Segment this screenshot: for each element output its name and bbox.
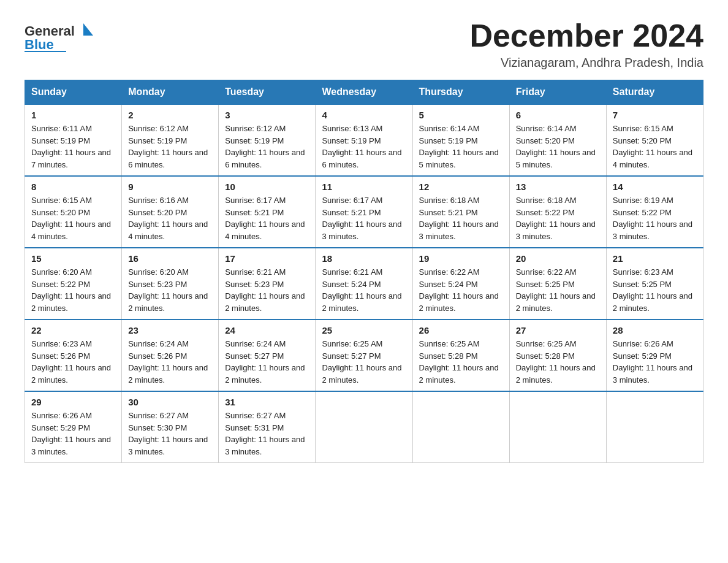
day-info: Sunrise: 6:12 AMSunset: 5:19 PMDaylight:… xyxy=(128,123,212,170)
day-info: Sunrise: 6:11 AMSunset: 5:19 PMDaylight:… xyxy=(31,123,115,170)
day-info: Sunrise: 6:21 AMSunset: 5:23 PMDaylight:… xyxy=(225,266,309,314)
calendar-cell: 28 Sunrise: 6:26 AMSunset: 5:29 PMDaylig… xyxy=(606,320,703,391)
weekday-header-saturday: Saturday xyxy=(606,80,703,105)
day-info: Sunrise: 6:25 AMSunset: 5:27 PMDaylight:… xyxy=(322,338,406,386)
calendar-cell: 6 Sunrise: 6:14 AMSunset: 5:20 PMDayligh… xyxy=(509,104,606,176)
day-number: 3 xyxy=(225,110,309,120)
day-info: Sunrise: 6:27 AMSunset: 5:31 PMDaylight:… xyxy=(225,410,309,458)
calendar-week-row: 29 Sunrise: 6:26 AMSunset: 5:29 PMDaylig… xyxy=(25,391,703,463)
calendar-cell: 27 Sunrise: 6:25 AMSunset: 5:28 PMDaylig… xyxy=(509,320,606,391)
day-number: 1 xyxy=(31,110,115,120)
day-info: Sunrise: 6:26 AMSunset: 5:29 PMDaylight:… xyxy=(31,410,115,458)
day-info: Sunrise: 6:19 AMSunset: 5:22 PMDaylight:… xyxy=(613,194,697,242)
day-number: 27 xyxy=(516,325,600,335)
calendar-cell: 18 Sunrise: 6:21 AMSunset: 5:24 PMDaylig… xyxy=(316,248,412,320)
calendar-cell: 25 Sunrise: 6:25 AMSunset: 5:27 PMDaylig… xyxy=(316,320,412,391)
day-info: Sunrise: 6:27 AMSunset: 5:30 PMDaylight:… xyxy=(128,410,212,458)
weekday-header-tuesday: Tuesday xyxy=(219,80,316,105)
svg-rect-3 xyxy=(25,51,66,52)
day-info: Sunrise: 6:24 AMSunset: 5:27 PMDaylight:… xyxy=(225,338,309,386)
calendar-week-row: 22 Sunrise: 6:23 AMSunset: 5:26 PMDaylig… xyxy=(25,320,703,391)
day-info: Sunrise: 6:23 AMSunset: 5:25 PMDaylight:… xyxy=(613,266,697,314)
day-number: 23 xyxy=(128,325,212,335)
day-info: Sunrise: 6:16 AMSunset: 5:20 PMDaylight:… xyxy=(128,194,212,242)
day-number: 25 xyxy=(322,325,406,335)
day-number: 7 xyxy=(613,110,697,120)
day-info: Sunrise: 6:15 AMSunset: 5:20 PMDaylight:… xyxy=(31,194,115,242)
day-info: Sunrise: 6:17 AMSunset: 5:21 PMDaylight:… xyxy=(322,194,406,242)
calendar-cell: 30 Sunrise: 6:27 AMSunset: 5:30 PMDaylig… xyxy=(122,391,219,463)
svg-text:Blue: Blue xyxy=(25,37,54,52)
day-info: Sunrise: 6:20 AMSunset: 5:23 PMDaylight:… xyxy=(128,266,212,314)
day-info: Sunrise: 6:20 AMSunset: 5:22 PMDaylight:… xyxy=(31,266,115,314)
calendar-cell: 4 Sunrise: 6:13 AMSunset: 5:19 PMDayligh… xyxy=(316,104,412,176)
day-info: Sunrise: 6:23 AMSunset: 5:26 PMDaylight:… xyxy=(31,338,115,386)
day-info: Sunrise: 6:25 AMSunset: 5:28 PMDaylight:… xyxy=(419,338,503,386)
page-header: General Blue December 2024 Vizianagaram,… xyxy=(25,18,703,70)
logo-svg: General Blue xyxy=(25,18,104,52)
calendar-cell: 31 Sunrise: 6:27 AMSunset: 5:31 PMDaylig… xyxy=(219,391,316,463)
calendar-cell xyxy=(412,391,509,463)
day-number: 15 xyxy=(31,253,115,264)
day-number: 16 xyxy=(128,253,212,264)
calendar-cell: 14 Sunrise: 6:19 AMSunset: 5:22 PMDaylig… xyxy=(606,176,703,248)
weekday-header-friday: Friday xyxy=(509,80,606,105)
day-info: Sunrise: 6:26 AMSunset: 5:29 PMDaylight:… xyxy=(613,338,697,386)
weekday-header-sunday: Sunday xyxy=(25,80,122,105)
calendar-cell: 11 Sunrise: 6:17 AMSunset: 5:21 PMDaylig… xyxy=(316,176,412,248)
title-block: December 2024 Vizianagaram, Andhra Prade… xyxy=(469,18,703,70)
day-info: Sunrise: 6:22 AMSunset: 5:25 PMDaylight:… xyxy=(516,266,600,314)
day-number: 18 xyxy=(322,253,406,264)
calendar-cell: 19 Sunrise: 6:22 AMSunset: 5:24 PMDaylig… xyxy=(412,248,509,320)
calendar-week-row: 8 Sunrise: 6:15 AMSunset: 5:20 PMDayligh… xyxy=(25,176,703,248)
calendar-cell xyxy=(606,391,703,463)
calendar-cell xyxy=(509,391,606,463)
calendar-cell: 23 Sunrise: 6:24 AMSunset: 5:26 PMDaylig… xyxy=(122,320,219,391)
calendar-cell: 22 Sunrise: 6:23 AMSunset: 5:26 PMDaylig… xyxy=(25,320,122,391)
day-info: Sunrise: 6:17 AMSunset: 5:21 PMDaylight:… xyxy=(225,194,309,242)
day-info: Sunrise: 6:22 AMSunset: 5:24 PMDaylight:… xyxy=(419,266,503,314)
calendar-cell: 16 Sunrise: 6:20 AMSunset: 5:23 PMDaylig… xyxy=(122,248,219,320)
day-number: 21 xyxy=(613,253,697,264)
day-number: 22 xyxy=(31,325,115,335)
day-info: Sunrise: 6:14 AMSunset: 5:19 PMDaylight:… xyxy=(419,123,503,170)
calendar-week-row: 15 Sunrise: 6:20 AMSunset: 5:22 PMDaylig… xyxy=(25,248,703,320)
calendar-cell: 3 Sunrise: 6:12 AMSunset: 5:19 PMDayligh… xyxy=(219,104,316,176)
day-number: 29 xyxy=(31,397,115,407)
location: Vizianagaram, Andhra Pradesh, India xyxy=(469,56,703,70)
calendar-cell: 15 Sunrise: 6:20 AMSunset: 5:22 PMDaylig… xyxy=(25,248,122,320)
day-info: Sunrise: 6:15 AMSunset: 5:20 PMDaylight:… xyxy=(613,123,697,170)
day-number: 10 xyxy=(225,182,309,192)
calendar-cell: 26 Sunrise: 6:25 AMSunset: 5:28 PMDaylig… xyxy=(412,320,509,391)
day-number: 30 xyxy=(128,397,212,407)
calendar-cell: 21 Sunrise: 6:23 AMSunset: 5:25 PMDaylig… xyxy=(606,248,703,320)
calendar-cell: 29 Sunrise: 6:26 AMSunset: 5:29 PMDaylig… xyxy=(25,391,122,463)
weekday-header-wednesday: Wednesday xyxy=(316,80,412,105)
calendar-cell: 5 Sunrise: 6:14 AMSunset: 5:19 PMDayligh… xyxy=(412,104,509,176)
day-number: 11 xyxy=(322,182,406,192)
logo: General Blue xyxy=(25,18,104,52)
day-info: Sunrise: 6:18 AMSunset: 5:22 PMDaylight:… xyxy=(516,194,600,242)
calendar-cell: 7 Sunrise: 6:15 AMSunset: 5:20 PMDayligh… xyxy=(606,104,703,176)
day-number: 6 xyxy=(516,110,600,120)
day-number: 26 xyxy=(419,325,503,335)
day-info: Sunrise: 6:25 AMSunset: 5:28 PMDaylight:… xyxy=(516,338,600,386)
day-number: 13 xyxy=(516,182,600,192)
day-number: 28 xyxy=(613,325,697,335)
calendar-cell: 2 Sunrise: 6:12 AMSunset: 5:19 PMDayligh… xyxy=(122,104,219,176)
day-number: 31 xyxy=(225,397,309,407)
month-title: December 2024 xyxy=(469,18,703,53)
calendar-cell: 17 Sunrise: 6:21 AMSunset: 5:23 PMDaylig… xyxy=(219,248,316,320)
day-number: 2 xyxy=(128,110,212,120)
day-info: Sunrise: 6:13 AMSunset: 5:19 PMDaylight:… xyxy=(322,123,406,170)
calendar-cell: 9 Sunrise: 6:16 AMSunset: 5:20 PMDayligh… xyxy=(122,176,219,248)
day-info: Sunrise: 6:18 AMSunset: 5:21 PMDaylight:… xyxy=(419,194,503,242)
calendar-table: SundayMondayTuesdayWednesdayThursdayFrid… xyxy=(25,80,703,463)
calendar-cell xyxy=(316,391,412,463)
day-info: Sunrise: 6:24 AMSunset: 5:26 PMDaylight:… xyxy=(128,338,212,386)
calendar-cell: 10 Sunrise: 6:17 AMSunset: 5:21 PMDaylig… xyxy=(219,176,316,248)
day-info: Sunrise: 6:12 AMSunset: 5:19 PMDaylight:… xyxy=(225,123,309,170)
day-number: 4 xyxy=(322,110,406,120)
day-number: 20 xyxy=(516,253,600,264)
calendar-cell: 1 Sunrise: 6:11 AMSunset: 5:19 PMDayligh… xyxy=(25,104,122,176)
